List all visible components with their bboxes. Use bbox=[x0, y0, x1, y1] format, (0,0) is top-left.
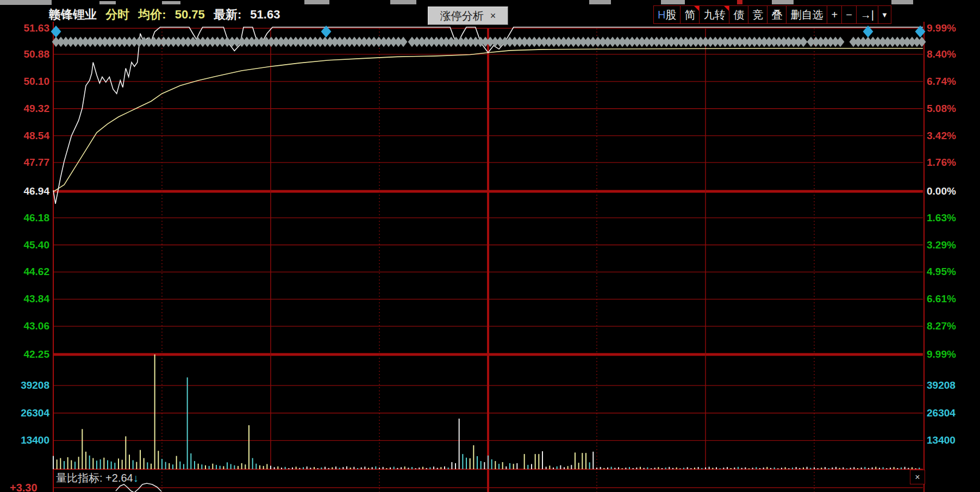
last-price-value: 51.63 bbox=[250, 8, 280, 21]
toolbar-button-10[interactable]: ▼ bbox=[878, 5, 891, 24]
price-axis-label: 51.63 bbox=[23, 23, 49, 33]
toolbar-button-0[interactable]: H股 bbox=[653, 5, 681, 24]
percent-axis-label: 0.00% bbox=[927, 186, 956, 196]
indicator-close-button[interactable]: × bbox=[910, 470, 925, 484]
price-axis-label: 50.88 bbox=[23, 49, 49, 59]
percent-axis-label: 1.63% bbox=[927, 213, 956, 223]
close-icon: × bbox=[915, 472, 920, 482]
indicator-down-arrow-icon: ↓ bbox=[133, 472, 139, 484]
toolbar-button-8[interactable]: − bbox=[841, 5, 857, 24]
toolbar-button-4[interactable]: 竞 bbox=[748, 5, 767, 24]
percent-axis-label: 5.08% bbox=[927, 103, 956, 114]
price-axis-label: 45.40 bbox=[23, 240, 49, 250]
tab-label: 涨停分析 bbox=[440, 9, 484, 23]
price-axis-label: 46.94 bbox=[23, 186, 49, 196]
indicator-axis-label: +3.30 bbox=[10, 482, 38, 492]
avg-price-label: 均价: bbox=[138, 8, 166, 21]
view-mode-label: 分时 bbox=[105, 8, 129, 21]
percent-axis-label: 3.29% bbox=[927, 240, 956, 250]
price-axis-label: 43.06 bbox=[23, 321, 49, 331]
toolbar-button-6[interactable]: 删自选 bbox=[786, 5, 827, 24]
percent-axis-label: 4.95% bbox=[927, 266, 956, 277]
percent-axis-label: 9.99% bbox=[927, 23, 956, 33]
percent-axis-label: 1.76% bbox=[927, 157, 956, 167]
red-corner-flag-icon bbox=[694, 6, 699, 11]
price-axis-label: 46.18 bbox=[23, 213, 49, 223]
volume-ratio-indicator-row: 量比指标: +2.64↓ bbox=[56, 471, 139, 485]
percent-axis-label: 6.74% bbox=[927, 76, 956, 86]
price-axis-label: 49.32 bbox=[23, 103, 49, 114]
tab-limit-up-analysis[interactable]: 涨停分析 × bbox=[428, 7, 508, 25]
volume-axis-label: 13400 bbox=[927, 435, 956, 445]
percent-axis-label: 8.40% bbox=[927, 49, 956, 59]
volume-axis-label: 26304 bbox=[927, 408, 956, 418]
price-axis-label: 44.62 bbox=[23, 266, 49, 277]
price-axis-label: 50.10 bbox=[23, 76, 49, 86]
percent-axis-label: 6.61% bbox=[927, 294, 956, 304]
indicator-label: 量比指标: +2.64 bbox=[56, 472, 133, 484]
volume-axis-label: 39208 bbox=[927, 380, 956, 390]
volume-axis-label: 13400 bbox=[21, 435, 49, 445]
volume-axis-label: 26304 bbox=[21, 408, 49, 418]
price-axis-label: 43.84 bbox=[23, 294, 49, 304]
intraday-chart bbox=[0, 0, 980, 492]
toolbar-button-5[interactable]: 叠 bbox=[767, 5, 787, 24]
red-corner-flag-icon bbox=[724, 6, 729, 11]
percent-axis-label: 3.42% bbox=[927, 130, 956, 141]
percent-axis-label: 9.99% bbox=[927, 349, 956, 359]
toolbar-button-1[interactable]: 简 bbox=[680, 5, 700, 24]
chart-toolbar: H股简九转债竞叠删自选+−→|▼ bbox=[654, 5, 891, 24]
avg-price-value: 50.75 bbox=[175, 8, 205, 21]
stock-header: 赣锋锂业 分时 均价: 50.75 最新: 51.63 bbox=[49, 7, 285, 23]
trading-app-window: 赣锋锂业 分时 均价: 50.75 最新: 51.63 涨停分析 × H股简九转… bbox=[0, 0, 980, 492]
tab-close-icon[interactable]: × bbox=[490, 10, 496, 22]
percent-axis-label: 8.27% bbox=[927, 321, 956, 331]
price-axis-label: 48.54 bbox=[23, 130, 49, 141]
toolbar-button-7[interactable]: + bbox=[827, 5, 842, 24]
toolbar-button-accent-char: H bbox=[658, 9, 665, 21]
price-axis-label: 47.77 bbox=[23, 157, 49, 167]
stock-name: 赣锋锂业 bbox=[49, 8, 97, 21]
toolbar-button-2[interactable]: 九转 bbox=[699, 5, 729, 24]
volume-axis-label: 39208 bbox=[21, 380, 49, 390]
toolbar-button-9[interactable]: →| bbox=[856, 5, 878, 24]
last-price-label: 最新: bbox=[214, 8, 241, 21]
price-axis-label: 42.25 bbox=[23, 349, 49, 359]
toolbar-button-3[interactable]: 债 bbox=[729, 5, 748, 24]
